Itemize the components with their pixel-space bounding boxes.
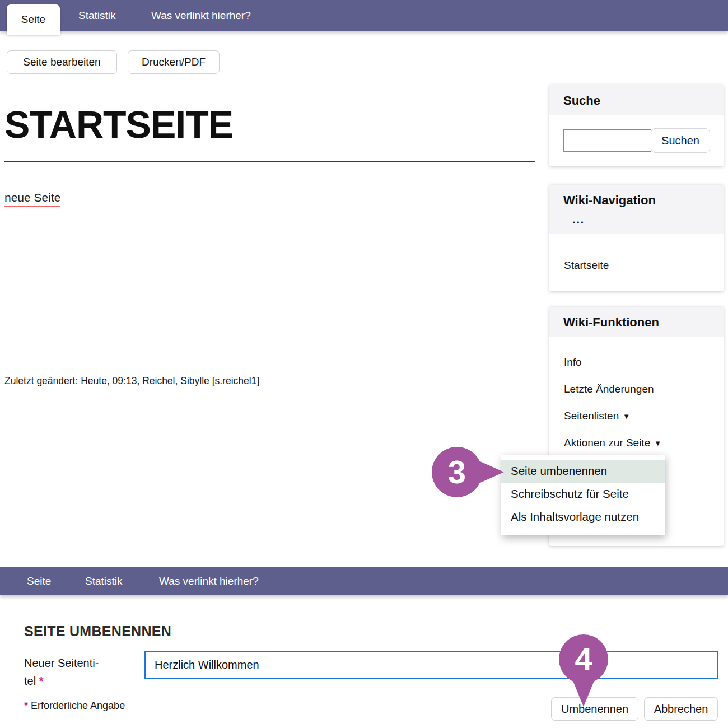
required-asterisk: * (24, 700, 28, 711)
menu-item-inhaltsvorlage[interactable]: Als Inhaltsvorlage nutzen (501, 506, 665, 529)
fn-item-seitenlisten[interactable]: Seitenlisten▼ (564, 410, 630, 422)
tab-statistik[interactable]: Statistik (78, 0, 116, 31)
search-widget: Suche Suchen (549, 85, 724, 166)
fn-item-letzte-aenderungen[interactable]: Letzte Änderungen (564, 383, 654, 395)
menu-item-seite-umbenennen[interactable]: Seite umbenennen (501, 460, 665, 483)
print-pdf-button[interactable]: Drucken/PDF (128, 50, 220, 74)
chevron-down-icon: ▼ (654, 439, 661, 447)
page-actions-dropdown: Seite umbenennen Schreibschutz für Seite… (501, 455, 665, 535)
required-note: * Erforderliche Angabe (24, 700, 125, 712)
ellipsis-icon[interactable]: ... (549, 212, 724, 234)
fn-item-aktionen-zur-seite[interactable]: Aktionen zur Seite▼ (564, 437, 661, 449)
tab-was-verlinkt-hierher[interactable]: Was verlinkt hierher? (151, 0, 251, 31)
wiki-navigation-widget: Wiki-Navigation ... Startseite (549, 185, 724, 291)
search-input[interactable] (563, 129, 651, 152)
step-3-callout-pin: 3 (429, 444, 507, 500)
top-tab-bar: Seite Statistik Was verlinkt hierher? (0, 0, 728, 31)
tab-seite[interactable]: Seite (7, 4, 60, 35)
search-button[interactable]: Suchen (651, 128, 710, 153)
new-title-input[interactable] (144, 651, 718, 679)
step-4-callout-pin: 4 (559, 634, 608, 708)
step-4-number: 4 (575, 641, 592, 676)
rename-section-heading: SEITE UMBENENNEN (24, 623, 171, 640)
page-title: STARTSEITE (4, 102, 233, 146)
wiki-navigation-title: Wiki-Navigation (549, 185, 724, 212)
step-3-number: 3 (448, 454, 466, 490)
search-widget-title: Suche (549, 85, 724, 115)
wiki-nav-item-startseite[interactable]: Startseite (564, 259, 609, 272)
required-asterisk: * (39, 675, 44, 687)
edit-page-button[interactable]: Seite bearbeiten (7, 50, 117, 74)
tab-was-verlinkt-hierher-bottom[interactable]: Was verlinkt hierher? (159, 567, 259, 595)
last-changed-text: Zuletzt geändert: Heute, 09:13, Reichel,… (4, 375, 259, 387)
new-title-label: Neuer Seitenti- tel * (24, 654, 125, 690)
menu-item-schreibschutz[interactable]: Schreibschutz für Seite (501, 483, 665, 506)
wiki-functions-title: Wiki-Funktionen (549, 307, 724, 337)
new-page-link[interactable]: neue Seite (4, 191, 60, 207)
chevron-down-icon: ▼ (623, 412, 630, 421)
tab-statistik-bottom[interactable]: Statistik (85, 567, 123, 595)
fn-item-info[interactable]: Info (564, 356, 582, 368)
bottom-tab-bar: Seite Statistik Was verlinkt hierher? (0, 567, 728, 595)
title-divider (4, 161, 535, 162)
tab-seite-bottom[interactable]: Seite (27, 567, 51, 595)
rename-cancel-button[interactable]: Abbrechen (644, 697, 718, 721)
